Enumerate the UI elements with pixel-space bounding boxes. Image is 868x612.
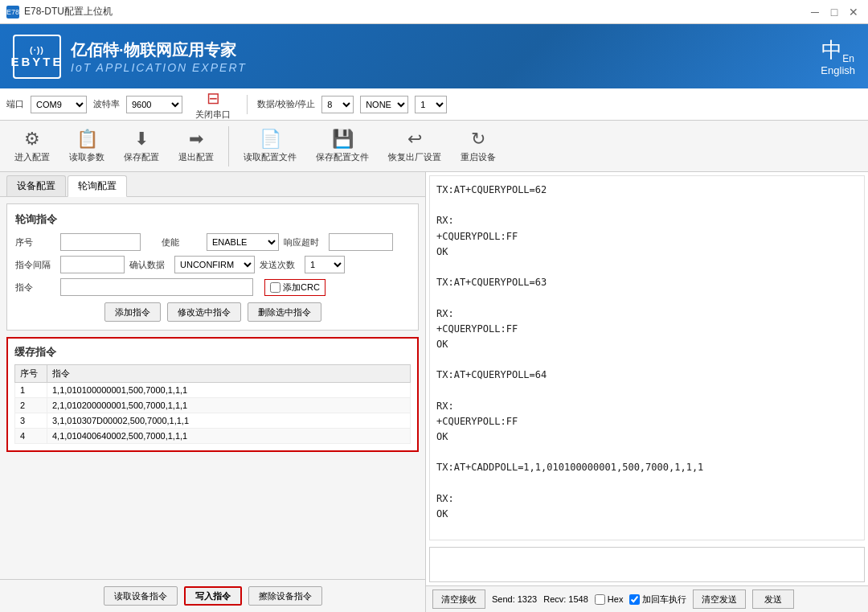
table-row[interactable]: 22,1,010200000001,500,7000,1,1,1 [15,398,411,413]
tab-poll-config[interactable]: 轮询配置 [68,175,127,197]
logo-icon: (·)) EBYTE [13,35,61,79]
stop-bits-select[interactable]: 1 [415,96,447,113]
cmd-input[interactable] [60,278,253,296]
auto-return-label: 加回车执行 [642,594,686,606]
close-button[interactable]: ✕ [845,4,862,20]
seq-cell: 1 [15,383,47,398]
app-icon: E78 [6,6,19,18]
window-controls: ─ □ ✕ [807,4,862,20]
send-count-select[interactable]: 1 [305,256,345,273]
clear-device-cmd-button[interactable]: 擦除设备指令 [248,586,322,606]
read-params-label: 读取参数 [69,151,104,163]
left-panel: 设备配置 轮询配置 轮询指令 序号 使能 ENABLE 响应超时 [0,172,426,612]
log-area: TX:AT+CQUERYPOLL=62 RX: +CQUERYPOLL:FF O… [429,175,865,540]
restart-device-button[interactable]: ↻ 重启设备 [452,124,504,169]
table-row[interactable]: 33,1,010307D00002,500,7000,1,1,1 [15,413,411,429]
save-config-icon: ⬇ [134,129,149,150]
port-select[interactable]: COM9 [31,96,87,113]
cmd-cell: 1,1,010100000001,500,7000,1,1,1 [47,383,411,398]
seq-cell: 2 [15,398,47,413]
close-port-button[interactable]: ⊟ 关闭串口 [189,87,237,122]
language-switcher[interactable]: 中En English [821,36,855,76]
restart-device-label: 重启设备 [461,151,496,163]
iot-text: IoT APPLICATION EXPERT [71,61,247,74]
cmd-cell: 2,1,010200000001,500,7000,1,1,1 [47,398,411,413]
send-count-display: Send: 1323 [492,594,537,604]
parity-select[interactable]: NONE [360,96,408,113]
right-panel: TX:AT+CQUERYPOLL=62 RX: +CQUERYPOLL:FF O… [426,172,868,612]
tagline-text: 亿佰特·物联网应用专家 [71,39,247,61]
exit-config-icon: ➡ [189,129,203,150]
panel-content: 轮询指令 序号 使能 ENABLE 响应超时 指令间隔 确认数据 [0,197,425,579]
delete-cmd-button[interactable]: 删除选中指令 [248,302,321,322]
read-params-icon: 📋 [76,129,98,150]
bottom-buttons: 读取设备指令 写入指令 擦除设备指令 [0,579,425,612]
enable-select[interactable]: ENABLE [207,233,279,251]
cmd-label: 指令 [15,281,55,294]
cache-instruction-section: 缓存指令 序号 指令 11,1,010100000001,500,7000,1,… [6,337,419,452]
hex-checkbox-label[interactable]: Hex [595,594,624,605]
read-device-cmd-button[interactable]: 读取设备指令 [104,586,178,606]
read-config-file-icon: 📄 [260,129,281,150]
table-row[interactable]: 44,1,010400640002,500,7000,1,1,1 [15,429,411,444]
status-bar: 清空接收 Send: 1323 Recv: 1548 Hex 加回车执行 清空发… [426,585,868,612]
add-cmd-button[interactable]: 添加指令 [104,302,161,322]
data-bits-select[interactable]: 8 [321,96,354,113]
write-cmd-button[interactable]: 写入指令 [184,586,242,606]
add-crc-label: 添加CRC [283,281,320,294]
tab-device-config[interactable]: 设备配置 [6,175,66,196]
add-crc-checkbox[interactable] [270,282,280,293]
auto-return-checkbox[interactable] [629,594,640,605]
maximize-button[interactable]: □ [826,4,842,20]
cmd-gap-label: 指令间隔 [15,259,55,271]
save-config-button[interactable]: ⬇ 保存配置 [116,124,167,169]
send-button[interactable]: 发送 [752,589,794,609]
read-config-file-label: 读取配置文件 [244,151,297,163]
auto-return-checkbox-label[interactable]: 加回车执行 [629,594,686,606]
poll-title: 轮询指令 [15,212,410,227]
form-row-2: 指令间隔 确认数据 UNCONFIRM 发送次数 1 [15,256,410,273]
read-params-button[interactable]: 📋 读取参数 [61,124,113,169]
hex-label: Hex [608,594,624,604]
brand-name: EBYTE [11,55,63,68]
language-label: English [821,64,855,76]
cmd-cell: 3,1,010307D00002,500,7000,1,1,1 [47,413,411,429]
confirm-label: 确认数据 [129,259,170,271]
send-count-label: 发送次数 [260,259,300,271]
confirm-select[interactable]: UNCONFIRM [174,256,255,273]
toolbar-divider-1 [247,95,248,114]
poll-btn-row: 添加指令 修改选中指令 删除选中指令 [15,302,410,322]
enter-config-button[interactable]: ⚙ 进入配置 [6,124,58,169]
add-crc-checkbox-label[interactable]: 添加CRC [264,279,326,296]
timeout-input[interactable] [329,233,393,251]
language-icon: 中En [821,36,854,64]
save-config-file-button[interactable]: 💾 保存配置文件 [308,124,377,169]
clear-send-button[interactable]: 清空发送 [693,589,746,609]
minimize-button[interactable]: ─ [807,4,823,20]
form-row-3: 指令 添加CRC [15,278,410,296]
table-row[interactable]: 11,1,010100000001,500,7000,1,1,1 [15,383,411,398]
cmd-cell: 4,1,010400640002,500,7000,1,1,1 [47,429,411,444]
main-content: 设备配置 轮询配置 轮询指令 序号 使能 ENABLE 响应超时 [0,172,868,612]
cache-table: 序号 指令 11,1,010100000001,500,7000,1,1,122… [14,364,411,444]
seq-input[interactable] [60,233,141,251]
poll-instruction-section: 轮询指令 序号 使能 ENABLE 响应超时 指令间隔 确认数据 [6,203,419,331]
modify-cmd-button[interactable]: 修改选中指令 [167,302,241,322]
data-config-group: 数据/校验/停止 [257,98,315,110]
send-input[interactable] [430,548,864,581]
exit-config-label: 退出配置 [178,151,214,163]
send-label: Send: [492,594,515,604]
seq-cell: 4 [15,429,47,444]
restore-factory-button[interactable]: ↩ 恢复出厂设置 [380,124,449,169]
baud-select[interactable]: 9600 [126,96,182,113]
restart-device-icon: ↻ [471,129,485,150]
cmd-gap-input[interactable] [60,256,125,273]
form-row-1: 序号 使能 ENABLE 响应超时 [15,233,410,251]
clear-recv-button[interactable]: 清空接收 [432,589,485,609]
col-cmd: 指令 [47,365,411,383]
hex-checkbox[interactable] [595,594,605,605]
exit-config-button[interactable]: ➡ 退出配置 [170,124,222,169]
recv-count-display: Recv: 1548 [543,594,588,604]
read-config-file-button[interactable]: 📄 读取配置文件 [235,124,305,169]
data-config-label: 数据/校验/停止 [257,98,315,110]
